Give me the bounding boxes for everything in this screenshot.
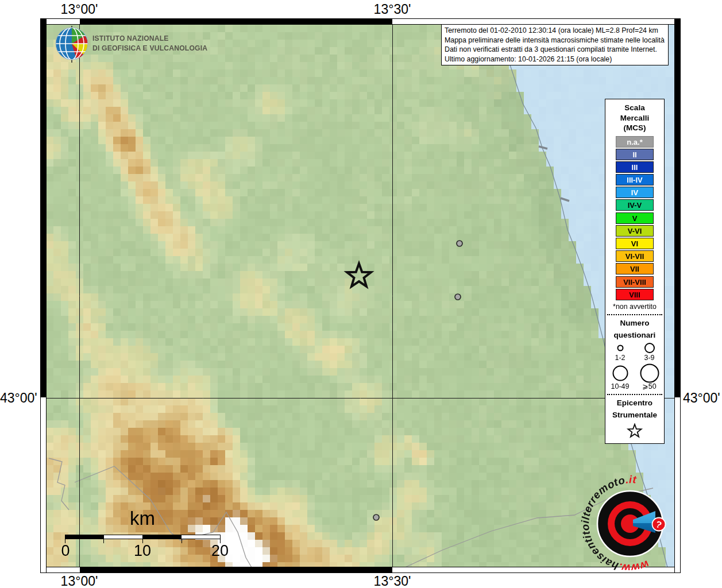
ingv-name-line2: DI GEOFISICA E VULCANOLOGIA xyxy=(92,43,207,53)
mcs-chip-III: III xyxy=(616,161,654,173)
legend-separator-1 xyxy=(607,314,662,315)
axis-label-bottom-right: 13°30' xyxy=(364,574,421,588)
axis-label-bottom-left: 13°00' xyxy=(51,574,108,588)
mcs-chip-n.a.*: n.a.* xyxy=(616,136,654,148)
earthquake-info-box: Terremoto del 01-02-2010 12:30:14 (ora l… xyxy=(441,24,669,65)
questionnaire-title-line1: Numero xyxy=(605,317,664,329)
quest-class-10-49: 10-49 xyxy=(605,363,635,390)
ingv-logo: ISTITUTO NAZIONALE DI GEOFISICA E VULCAN… xyxy=(55,26,215,63)
axis-label-top-right: 13°30' xyxy=(364,2,421,17)
quest-class-3-9: 3-9 xyxy=(635,342,664,362)
quest-class-label: 1-2 xyxy=(605,354,635,362)
questionnaire-location-dots xyxy=(373,241,462,520)
mcs-chip-VII-VIII: VII-VIII xyxy=(616,276,654,288)
scalebar xyxy=(65,535,221,539)
quest-class-⩾50: ⩾50 xyxy=(635,363,664,390)
axis-label-top-left: 13°00' xyxy=(51,2,108,17)
observation-dot xyxy=(455,294,461,300)
quest-class-label: ⩾50 xyxy=(635,383,664,390)
mcs-chip-VI-VII: VI-VII xyxy=(616,250,654,262)
mcs-chip-IV-V: IV-V xyxy=(616,199,654,211)
quest-class-label: 10-49 xyxy=(605,383,635,390)
observation-dot xyxy=(457,241,462,246)
epicenter-star xyxy=(347,264,371,287)
legend-separator-2 xyxy=(607,394,662,395)
epicenter-title-line1: Epicentro xyxy=(605,397,664,409)
observation-dot xyxy=(373,514,379,520)
mcs-chip-V: V xyxy=(616,212,654,224)
mcs-chip-VII: VII xyxy=(616,263,654,274)
scalebar-tick xyxy=(182,539,182,543)
legend-footnote: *non avvertito xyxy=(605,303,664,311)
info-line-event: Terremoto del 01-02-2010 12:30:14 (ora l… xyxy=(445,26,665,36)
scalebar-label-0: 0 xyxy=(48,542,83,560)
scalebar-unit-label: km xyxy=(85,508,200,529)
legend-panel: Scala Mercalli (MCS) n.a.*IIIIIIII-IVIVI… xyxy=(605,99,665,444)
mcs-chip-VI: VI xyxy=(616,238,654,249)
info-line-updated: Ultimo aggiornamento: 10-01-2026 21:15 (… xyxy=(445,55,665,64)
info-line-data: Dati non verificati estratti da 3 questi… xyxy=(445,45,665,55)
mcs-chip-IV: IV xyxy=(616,187,654,198)
seismic-intensity-map-page: { "header": { "agency_line1": "ISTITUTO … xyxy=(0,0,722,588)
quest-class-1-2: 1-2 xyxy=(605,342,635,362)
axis-label-left: 43°00' xyxy=(0,390,37,406)
haisentitoilterremoto-logo[interactable]: ? www.haisentitoilterremoto.it xyxy=(578,472,682,575)
map-frame-left xyxy=(40,18,47,573)
scalebar-label-10: 10 xyxy=(125,542,160,560)
axis-label-right: 43°00' xyxy=(683,390,722,406)
legend-title-line2: Mercalli xyxy=(605,113,664,123)
mcs-chip-V-VI: V-VI xyxy=(616,225,654,237)
legend-title-line1: Scala xyxy=(605,103,664,113)
mcs-scale-list: n.a.*IIIIIIII-IVIVIV-VVV-VIVIVI-VIIVIIVI… xyxy=(605,136,664,300)
questionnaire-title-line2: questionari xyxy=(605,329,664,341)
legend-title-line3: (MCS) xyxy=(605,123,664,133)
epicenter-legend-star-icon xyxy=(626,423,643,439)
quest-class-label: 3-9 xyxy=(635,354,664,362)
mcs-chip-II: II xyxy=(616,149,654,160)
mcs-chip-III-IV: III-IV xyxy=(616,174,654,185)
ingv-name-line1: ISTITUTO NAZIONALE xyxy=(92,33,207,43)
ingv-globe-icon xyxy=(55,26,90,63)
scalebar-tick xyxy=(103,539,104,543)
questionnaire-size-legend: 1-23-910-49⩾50 xyxy=(605,342,664,390)
epicenter-title-line2: Strumentale xyxy=(605,409,664,421)
scalebar-label-20: 20 xyxy=(203,542,237,560)
mcs-chip-VIII: VIII xyxy=(616,289,654,300)
info-line-map: Mappa preliminare delle intensità macros… xyxy=(445,36,665,45)
